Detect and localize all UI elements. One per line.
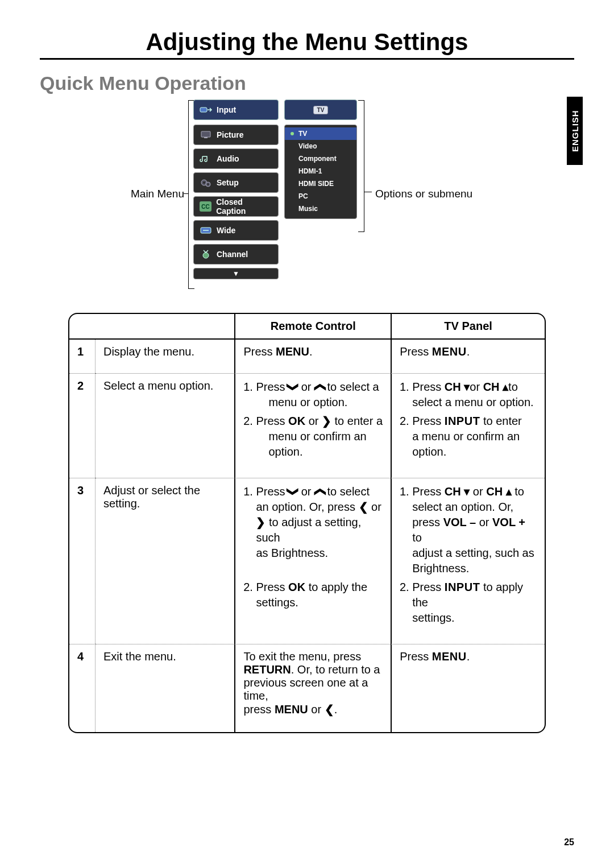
- text: to enter: [480, 415, 521, 427]
- menu-key: MENU: [432, 345, 467, 358]
- th-blank: [69, 314, 234, 340]
- menu-key: MENU: [432, 650, 467, 663]
- submenu-item: Video: [285, 140, 356, 152]
- submenu-item: Component: [285, 152, 356, 165]
- submenu-label: Music: [298, 205, 318, 213]
- text: to apply the: [305, 581, 367, 593]
- cc-icon: CC: [200, 201, 211, 212]
- table-row: 4 Exit the menu. To exit the menu, press…: [69, 644, 545, 732]
- menu-label: Wide: [217, 226, 235, 235]
- text: or: [305, 415, 322, 427]
- step-remote: Press ❯ or ❯ to select a menu or option.…: [234, 373, 391, 478]
- th-remote: Remote Control: [234, 314, 391, 340]
- submenu-list: TV Video Component HDMI-1 HDMI SIDE PC M…: [284, 125, 357, 219]
- text: to: [512, 485, 524, 498]
- text: to: [508, 381, 518, 393]
- step-desc: Exit the menu.: [96, 644, 234, 732]
- submenu-label: TV: [298, 130, 307, 138]
- ch-key: CH: [445, 381, 461, 393]
- ok-key: OK: [288, 415, 305, 427]
- step-desc: Display the menu.: [96, 340, 234, 373]
- submenu-item: HDMI SIDE: [285, 177, 356, 190]
- menu-key: MENU: [275, 703, 308, 716]
- text: settings.: [256, 595, 383, 610]
- active-dot-icon: [291, 132, 294, 135]
- text: or: [470, 485, 486, 498]
- submenu-column: TV TV Video Component HDMI-1 HDMI SIDE P…: [284, 100, 357, 219]
- text: to select: [324, 485, 370, 498]
- step-desc: Select a menu option.: [96, 373, 234, 478]
- text: adjust a setting, such as: [412, 545, 537, 561]
- page-title: Adjusting the Menu Settings: [40, 28, 574, 56]
- text: setting.: [103, 497, 226, 510]
- up-icon: ❯: [312, 382, 327, 392]
- table-row: 1 Display the menu. Press MENU. Press ME…: [69, 340, 545, 373]
- tri-down-icon: ▾: [464, 381, 470, 393]
- menu-label: Picture: [217, 130, 243, 139]
- wide-icon: [200, 225, 212, 235]
- text: Press: [256, 581, 288, 593]
- main-menu-column: Input Picture Audio Setup: [193, 100, 279, 279]
- main-menu-item-audio: Audio: [193, 148, 279, 169]
- text: Press: [412, 581, 445, 593]
- th-panel: TV Panel: [391, 314, 545, 340]
- text: Press: [412, 485, 445, 498]
- audio-icon: [200, 154, 212, 164]
- step-number: 3: [69, 478, 96, 644]
- text: Press: [412, 415, 445, 427]
- text: Press: [400, 650, 432, 663]
- step-panel: Press MENU.: [391, 644, 545, 732]
- step-remote: Press MENU.: [234, 340, 391, 373]
- text: select a menu or option.: [412, 395, 537, 410]
- main-menu-item-setup: Setup: [193, 172, 279, 193]
- text: previous screen one at a time,: [243, 676, 383, 702]
- down-icon: ❯: [285, 487, 301, 497]
- svg-rect-0: [200, 108, 207, 112]
- text: Press: [400, 345, 432, 358]
- options-label: Options or submenu: [375, 188, 472, 200]
- operations-table: Remote Control TV Panel 1 Display the me…: [68, 313, 546, 733]
- text: to enter a: [331, 415, 383, 427]
- text: Press: [256, 415, 288, 427]
- tri-up-icon: ▴: [503, 381, 508, 393]
- main-menu-item-channel: Channel: [193, 244, 279, 264]
- submenu-item: Music: [285, 202, 356, 215]
- text: Press: [256, 485, 288, 498]
- submenu-item: TV: [285, 127, 356, 140]
- input-key: INPUT: [445, 415, 480, 427]
- text: or: [368, 501, 381, 513]
- text: . Or, to return to a: [291, 663, 380, 676]
- tv-badge: TV: [313, 106, 329, 114]
- down-icon: ❯: [285, 382, 301, 392]
- left-icon: ❮: [359, 501, 368, 513]
- input-icon: [200, 105, 212, 115]
- main-menu-label: Main Menu: [131, 188, 184, 200]
- page-number: 25: [564, 837, 574, 848]
- text: menu or option.: [256, 395, 383, 410]
- text: to select a: [324, 381, 379, 393]
- menu-key: MENU: [276, 345, 309, 358]
- title-rule: [40, 58, 574, 60]
- text: select an option. Or,: [412, 499, 537, 515]
- return-key: RETURN: [243, 663, 291, 676]
- text: or: [470, 381, 483, 393]
- menu-pager: ▼: [193, 268, 279, 279]
- table-row: 2 Select a menu option. Press ❯ or ❯ to …: [69, 373, 545, 478]
- setup-icon: [200, 177, 212, 188]
- step-number: 2: [69, 373, 96, 478]
- step-panel: Press CH ▾or CH ▴to select a menu or opt…: [391, 373, 545, 478]
- tri-up-icon: ▴: [506, 485, 512, 498]
- step-panel: Press MENU.: [391, 340, 545, 373]
- step-desc: Adjust or select the setting.: [96, 478, 234, 644]
- text: To exit the menu, press: [243, 650, 383, 663]
- menu-label: Audio: [217, 154, 239, 163]
- text: to: [412, 531, 422, 544]
- left-icon: ❮: [325, 703, 334, 716]
- text: or: [308, 703, 325, 716]
- text: or: [476, 516, 492, 528]
- main-menu-item-input: Input: [193, 100, 279, 120]
- vol-minus-key: VOL –: [443, 516, 476, 528]
- text: as Brightness.: [256, 545, 383, 561]
- submenu-label: Video: [298, 142, 317, 150]
- text: Brightness.: [412, 561, 537, 576]
